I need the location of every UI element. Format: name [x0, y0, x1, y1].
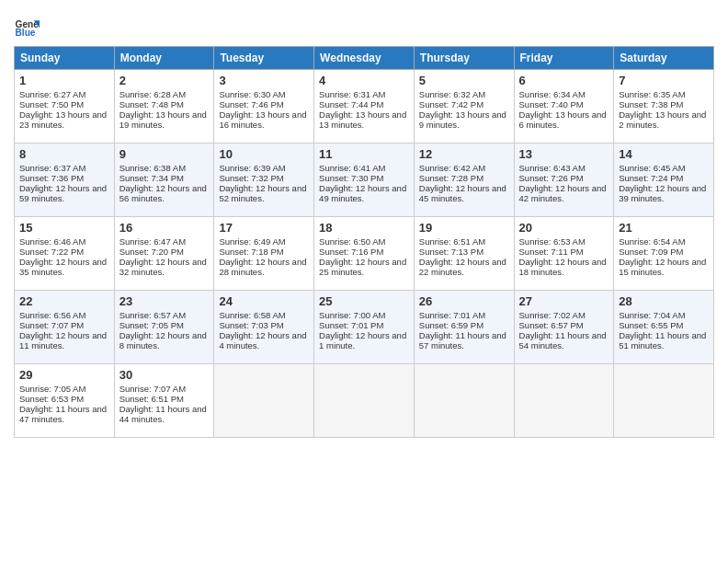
daylight-label: Daylight: 12 hours and 22 minutes.	[419, 257, 506, 277]
day-number: 18	[319, 221, 409, 235]
day-number: 29	[19, 368, 109, 382]
calendar-cell: 27Sunrise: 7:02 AMSunset: 6:57 PMDayligh…	[514, 291, 614, 364]
sunset-label: Sunset: 7:20 PM	[119, 247, 184, 257]
day-number: 21	[619, 221, 709, 235]
calendar-cell: 21Sunrise: 6:54 AMSunset: 7:09 PMDayligh…	[614, 217, 714, 291]
calendar-cell: 13Sunrise: 6:43 AMSunset: 7:26 PMDayligh…	[514, 144, 614, 217]
sunset-label: Sunset: 7:44 PM	[319, 99, 383, 109]
daylight-label: Daylight: 12 hours and 15 minutes.	[619, 257, 706, 277]
sunrise-label: Sunrise: 6:35 AM	[619, 89, 685, 99]
daylight-label: Daylight: 12 hours and 35 minutes.	[19, 257, 107, 277]
sunrise-label: Sunrise: 6:50 AM	[319, 236, 385, 247]
daylight-label: Daylight: 12 hours and 1 minute.	[319, 330, 406, 350]
calendar-cell: 18Sunrise: 6:50 AMSunset: 7:16 PMDayligh…	[314, 217, 415, 291]
sunset-label: Sunset: 7:50 PM	[19, 99, 84, 109]
page-header: General Blue	[14, 9, 714, 40]
calendar-week-5: 29Sunrise: 7:05 AMSunset: 6:53 PMDayligh…	[15, 364, 714, 438]
calendar-week-1: 1Sunrise: 6:27 AMSunset: 7:50 PMDaylight…	[15, 70, 714, 144]
daylight-label: Daylight: 13 hours and 2 minutes.	[619, 109, 706, 130]
daylight-label: Daylight: 12 hours and 45 minutes.	[419, 183, 506, 203]
day-number: 4	[319, 74, 409, 87]
logo: General Blue	[14, 15, 40, 40]
sunset-label: Sunset: 7:42 PM	[419, 99, 483, 109]
day-number: 14	[619, 147, 709, 161]
day-number: 8	[19, 147, 109, 161]
sunset-label: Sunset: 7:26 PM	[519, 173, 584, 183]
calendar-week-3: 15Sunrise: 6:46 AMSunset: 7:22 PMDayligh…	[15, 217, 714, 291]
day-number: 19	[419, 221, 509, 235]
calendar-cell: 20Sunrise: 6:53 AMSunset: 7:11 PMDayligh…	[514, 217, 614, 291]
calendar-cell: 19Sunrise: 6:51 AMSunset: 7:13 PMDayligh…	[414, 217, 514, 291]
day-number: 5	[419, 74, 509, 87]
calendar-cell: 15Sunrise: 6:46 AMSunset: 7:22 PMDayligh…	[15, 217, 115, 291]
sunset-label: Sunset: 7:46 PM	[219, 99, 283, 109]
calendar-cell	[514, 364, 614, 438]
sunrise-label: Sunrise: 6:38 AM	[119, 163, 186, 173]
sunrise-label: Sunrise: 6:32 AM	[419, 89, 485, 99]
sunrise-label: Sunrise: 7:00 AM	[319, 310, 385, 320]
sunrise-label: Sunrise: 6:30 AM	[219, 89, 285, 99]
calendar-cell: 24Sunrise: 6:58 AMSunset: 7:03 PMDayligh…	[214, 291, 314, 364]
day-header-saturday: Saturday	[614, 47, 714, 70]
svg-text:Blue: Blue	[16, 28, 36, 38]
daylight-label: Daylight: 11 hours and 51 minutes.	[619, 330, 706, 350]
calendar-cell	[314, 364, 415, 438]
day-number: 12	[419, 147, 509, 161]
daylight-label: Daylight: 11 hours and 47 minutes.	[19, 404, 107, 424]
sunrise-label: Sunrise: 6:49 AM	[219, 236, 285, 247]
daylight-label: Daylight: 12 hours and 42 minutes.	[519, 183, 607, 203]
sunrise-label: Sunrise: 6:34 AM	[519, 89, 586, 99]
day-header-wednesday: Wednesday	[314, 47, 415, 70]
calendar-cell: 28Sunrise: 7:04 AMSunset: 6:55 PMDayligh…	[614, 291, 714, 364]
daylight-label: Daylight: 12 hours and 11 minutes.	[19, 330, 107, 350]
daylight-label: Daylight: 12 hours and 52 minutes.	[219, 183, 306, 203]
day-number: 27	[519, 294, 609, 308]
day-number: 11	[319, 147, 409, 161]
daylight-label: Daylight: 12 hours and 56 minutes.	[119, 183, 207, 203]
sunrise-label: Sunrise: 6:58 AM	[219, 310, 285, 320]
sunset-label: Sunset: 7:01 PM	[319, 320, 383, 330]
day-number: 24	[219, 294, 309, 308]
calendar-cell	[614, 364, 714, 438]
calendar-cell	[414, 364, 514, 438]
sunrise-label: Sunrise: 6:41 AM	[319, 163, 385, 173]
day-number: 2	[119, 74, 210, 87]
sunrise-label: Sunrise: 6:56 AM	[19, 310, 85, 320]
day-header-sunday: Sunday	[15, 47, 115, 70]
sunrise-label: Sunrise: 6:53 AM	[519, 236, 586, 247]
daylight-label: Daylight: 13 hours and 19 minutes.	[119, 109, 207, 130]
daylight-label: Daylight: 13 hours and 13 minutes.	[319, 109, 406, 130]
daylight-label: Daylight: 12 hours and 49 minutes.	[319, 183, 406, 203]
day-number: 1	[19, 74, 109, 87]
day-number: 13	[519, 147, 609, 161]
daylight-label: Daylight: 12 hours and 39 minutes.	[619, 183, 706, 203]
sunrise-label: Sunrise: 7:07 AM	[119, 384, 186, 394]
daylight-label: Daylight: 12 hours and 28 minutes.	[219, 257, 306, 277]
calendar-cell: 14Sunrise: 6:45 AMSunset: 7:24 PMDayligh…	[614, 144, 714, 217]
sunset-label: Sunset: 7:40 PM	[519, 99, 584, 109]
day-number: 16	[119, 221, 210, 235]
calendar-cell: 1Sunrise: 6:27 AMSunset: 7:50 PMDaylight…	[15, 70, 115, 144]
calendar-week-4: 22Sunrise: 6:56 AMSunset: 7:07 PMDayligh…	[15, 291, 714, 364]
calendar-cell: 9Sunrise: 6:38 AMSunset: 7:34 PMDaylight…	[114, 144, 214, 217]
calendar-cell: 16Sunrise: 6:47 AMSunset: 7:20 PMDayligh…	[114, 217, 214, 291]
calendar-cell: 22Sunrise: 6:56 AMSunset: 7:07 PMDayligh…	[15, 291, 115, 364]
sunset-label: Sunset: 6:53 PM	[19, 394, 84, 404]
calendar-header-row: SundayMondayTuesdayWednesdayThursdayFrid…	[15, 47, 714, 70]
calendar-cell: 4Sunrise: 6:31 AMSunset: 7:44 PMDaylight…	[314, 70, 415, 144]
day-number: 30	[119, 368, 210, 382]
sunset-label: Sunset: 7:22 PM	[19, 247, 84, 257]
day-number: 6	[519, 74, 609, 87]
calendar-cell: 30Sunrise: 7:07 AMSunset: 6:51 PMDayligh…	[114, 364, 214, 438]
sunrise-label: Sunrise: 7:02 AM	[519, 310, 586, 320]
sunset-label: Sunset: 7:24 PM	[619, 173, 683, 183]
sunset-label: Sunset: 7:11 PM	[519, 247, 584, 257]
daylight-label: Daylight: 12 hours and 25 minutes.	[319, 257, 406, 277]
day-header-monday: Monday	[114, 47, 214, 70]
daylight-label: Daylight: 12 hours and 4 minutes.	[219, 330, 306, 350]
sunset-label: Sunset: 7:18 PM	[219, 247, 283, 257]
sunset-label: Sunset: 7:30 PM	[319, 173, 383, 183]
calendar-cell: 8Sunrise: 6:37 AMSunset: 7:36 PMDaylight…	[15, 144, 115, 217]
calendar-table: SundayMondayTuesdayWednesdayThursdayFrid…	[14, 46, 714, 438]
sunrise-label: Sunrise: 6:39 AM	[219, 163, 285, 173]
